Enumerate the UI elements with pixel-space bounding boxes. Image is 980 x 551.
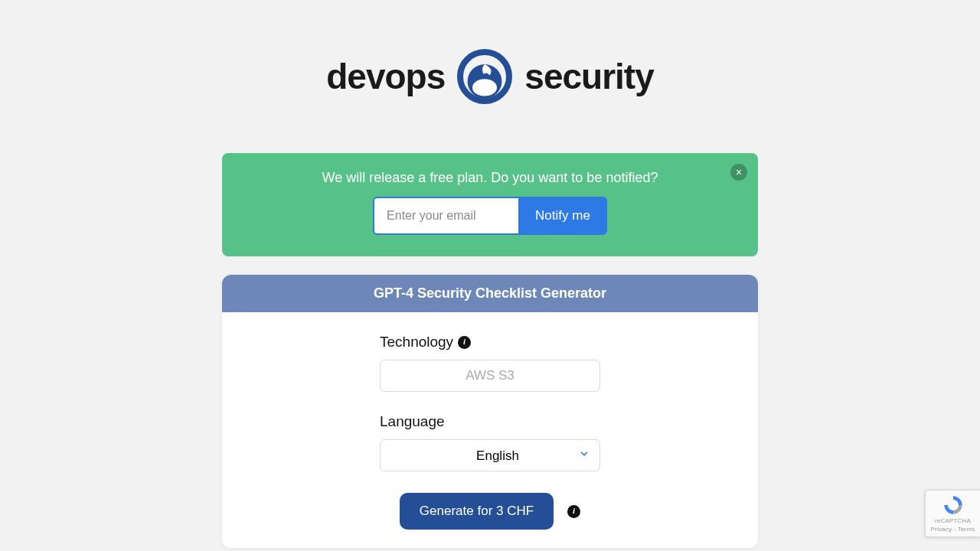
- notify-form: Notify me: [243, 197, 737, 235]
- brand-fox-icon: [454, 46, 515, 107]
- generate-button[interactable]: Generate for 3 CHF: [400, 493, 554, 530]
- technology-label: Technology: [380, 334, 453, 350]
- recaptcha-icon: [942, 494, 964, 516]
- svg-point-2: [472, 79, 497, 96]
- alert-message: We will release a free plan. Do you want…: [243, 170, 737, 186]
- brand-logo: devops security: [0, 46, 980, 107]
- generator-card: GPT-4 Security Checklist Generator Techn…: [222, 275, 758, 548]
- notify-button[interactable]: Notify me: [518, 197, 607, 235]
- email-field[interactable]: [373, 197, 518, 235]
- free-plan-alert: × We will release a free plan. Do you wa…: [222, 153, 758, 256]
- info-icon[interactable]: i: [458, 336, 471, 349]
- recaptcha-links: Privacy - Terms: [931, 526, 975, 533]
- technology-input[interactable]: [380, 360, 600, 392]
- language-label: Language: [380, 413, 445, 430]
- close-icon[interactable]: ×: [730, 164, 747, 181]
- card-title: GPT-4 Security Checklist Generator: [222, 275, 758, 312]
- recaptcha-badge: reCAPTCHA Privacy - Terms: [925, 490, 980, 537]
- brand-text-left: devops: [326, 56, 445, 97]
- recaptcha-product: reCAPTCHA: [935, 517, 971, 524]
- info-icon[interactable]: i: [567, 505, 580, 518]
- brand-text-right: security: [524, 56, 653, 97]
- language-select[interactable]: English: [380, 439, 600, 471]
